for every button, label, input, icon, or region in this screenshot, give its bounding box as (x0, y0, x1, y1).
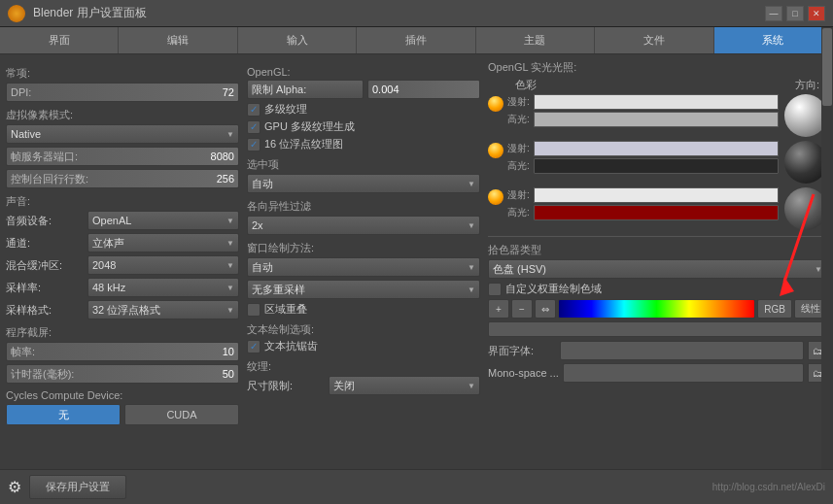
sample-format-select[interactable]: 32 位浮点格式 ▼ (87, 300, 239, 319)
opengl-lighting-label: OpenGL 实光光照: (488, 60, 576, 75)
tab-addons[interactable]: 插件 (357, 27, 475, 53)
console-field[interactable]: 控制台回行行数: 256 (6, 169, 239, 188)
flip-weight-button[interactable]: ⇔ (535, 299, 556, 319)
frame-rate-row: 帧率: 10 (6, 342, 239, 361)
limit-alpha-row: 限制 Alpha: 0.004 (247, 80, 480, 99)
cuda-button[interactable]: CUDA (124, 404, 239, 425)
tab-input[interactable]: 输入 (238, 27, 357, 53)
sample-rate-row: 采样率: 48 kHz ▼ (6, 278, 239, 297)
maximize-button[interactable]: □ (786, 6, 804, 21)
general-section-label: 常项: (6, 66, 239, 81)
url-text: http://blog.csdn.net/AlexDi (712, 482, 825, 492)
close-button[interactable]: ✕ (808, 6, 825, 21)
frame-rate-field[interactable]: 帧率: 10 (6, 342, 239, 361)
font-input[interactable] (560, 341, 804, 360)
limit-alpha-field[interactable]: 限制 Alpha: (247, 80, 364, 99)
specular3-color[interactable] (534, 205, 779, 220)
timer-row: 计时器(毫秒): 50 (6, 364, 239, 384)
frame-server-row: 帧服务器端口: 8080 (6, 147, 239, 166)
diffuse3-color[interactable] (534, 187, 779, 203)
texture-section-label: 纹理: (247, 359, 480, 374)
audio-device-select[interactable]: OpenAL ▼ (87, 211, 239, 230)
rgb-label[interactable]: RGB (757, 299, 792, 319)
remove-weight-button[interactable]: − (511, 299, 533, 319)
lamp3-icon[interactable] (488, 189, 503, 205)
mono-font-row: Mono-space ... 🗂 (488, 363, 827, 383)
color-picker-select[interactable]: 色盘 (HSV) ▼ (488, 259, 827, 279)
channel-row: 通道: 立体声 ▼ (6, 233, 239, 252)
antialiasing-checkbox[interactable] (247, 340, 260, 353)
sound-label: 声音: (6, 194, 239, 209)
tab-system[interactable]: 系统 (714, 27, 833, 53)
channel-select[interactable]: 立体声 ▼ (87, 233, 239, 252)
dpi-field[interactable]: DPI: 72 (6, 83, 239, 102)
aniso-row: 2x ▼ (247, 216, 480, 235)
size-limit-row: 尺寸限制: 关闭 ▼ (247, 376, 480, 395)
color-picker-label: 拾色器类型 (488, 243, 827, 257)
gpu-mipmap-row: GPU 多级纹理生成 (247, 119, 480, 134)
chevron-down-icon: ▼ (468, 382, 475, 390)
sample-rate-select[interactable]: 48 kHz ▼ (87, 278, 239, 297)
custom-weight-checkbox[interactable] (488, 283, 502, 296)
no-multi-select[interactable]: 无多重采样 ▼ (247, 280, 480, 299)
lamp2-icon[interactable] (488, 143, 503, 158)
tab-interface[interactable]: 界面 (0, 27, 119, 53)
tab-edit[interactable]: 编辑 (119, 27, 237, 53)
add-weight-button[interactable]: + (488, 299, 509, 319)
limit-alpha-value-field[interactable]: 0.004 (367, 80, 480, 99)
timer-field[interactable]: 计时器(毫秒): 50 (6, 364, 239, 384)
title-bar-left: Blender 用户设置面板 (8, 5, 147, 22)
custom-weight-row: 自定义权重绘制色域 (488, 282, 827, 296)
chevron-down-icon: ▼ (226, 284, 234, 292)
lamp1-icon[interactable] (488, 96, 503, 112)
chevron-down-icon: ▼ (226, 306, 234, 315)
diffuse1-color[interactable] (534, 94, 779, 110)
scrollbar-thumb[interactable] (822, 28, 832, 106)
specular2-color[interactable] (534, 158, 779, 174)
right-panel: OpenGL 实光光照: 色彩 方向: 漫射: 高光: (488, 60, 827, 463)
scrollbar[interactable] (821, 27, 833, 469)
chevron-down-icon: ▼ (468, 221, 475, 230)
select-select[interactable]: 自动 ▼ (247, 174, 480, 193)
tab-themes[interactable]: 主题 (476, 27, 595, 53)
chevron-down-icon: ▼ (226, 130, 234, 139)
left-panel: 常项: DPI: 72 虚拟像素模式: Native ▼ 帧服务器端口: 808… (6, 60, 239, 463)
specular1-color[interactable] (534, 112, 779, 127)
audio-device-row: 音频设备: OpenAL ▼ (6, 211, 239, 230)
region-overlap-checkbox[interactable] (247, 303, 260, 317)
save-button[interactable]: 保存用户设置 (29, 475, 126, 499)
weight-preview (488, 321, 827, 337)
virtual-pixel-row: Native ▼ (6, 124, 239, 144)
gpu-mipmap-checkbox[interactable] (247, 120, 260, 134)
minimize-button[interactable]: — (765, 6, 782, 21)
cycles-compute-row: 无 CUDA (6, 404, 239, 425)
mix-buffer-row: 混合缓冲区: 2048 ▼ (6, 255, 239, 275)
tab-file[interactable]: 文件 (595, 27, 713, 53)
mid-panel: OpenGL: 限制 Alpha: 0.004 多级纹理 GPU 多级纹理生成 … (247, 60, 480, 463)
antialiasing-row: 文本抗锯齿 (247, 339, 480, 353)
window-draw-select[interactable]: 自动 ▼ (247, 257, 480, 277)
weight-gradient[interactable] (558, 299, 755, 319)
float-tex-checkbox[interactable] (247, 138, 260, 151)
virtual-pixel-select[interactable]: Native ▼ (6, 124, 239, 144)
main-content: 常项: DPI: 72 虚拟像素模式: Native ▼ 帧服务器端口: 808… (0, 54, 833, 469)
mix-buffer-select[interactable]: 2048 ▼ (87, 255, 239, 275)
cycles-label: Cycles Compute Device: (6, 389, 239, 401)
diffuse2-color[interactable] (534, 141, 779, 156)
mono-font-input[interactable] (563, 363, 804, 383)
frame-server-field[interactable]: 帧服务器端口: 8080 (6, 147, 239, 166)
weight-tools: + − ⇔ RGB 线性 (488, 299, 827, 319)
window-controls: — □ ✕ (765, 6, 825, 21)
dpi-row: DPI: 72 (6, 83, 239, 102)
size-limit-select[interactable]: 关闭 ▼ (329, 376, 480, 395)
mipmaps-checkbox[interactable] (247, 103, 260, 117)
tab-bar: 界面 编辑 输入 插件 主题 文件 系统 (0, 27, 833, 54)
window-title: Blender 用户设置面板 (33, 5, 147, 21)
virtual-pixel-label: 虚拟像素模式: (6, 108, 239, 122)
aniso-select[interactable]: 2x ▼ (247, 216, 480, 235)
chevron-down-icon: ▼ (468, 286, 475, 294)
none-button[interactable]: 无 (6, 404, 121, 425)
settings-icon[interactable]: ⚙ (8, 478, 21, 496)
chevron-down-icon: ▼ (468, 263, 475, 272)
window-draw-row: 自动 ▼ (247, 257, 480, 277)
